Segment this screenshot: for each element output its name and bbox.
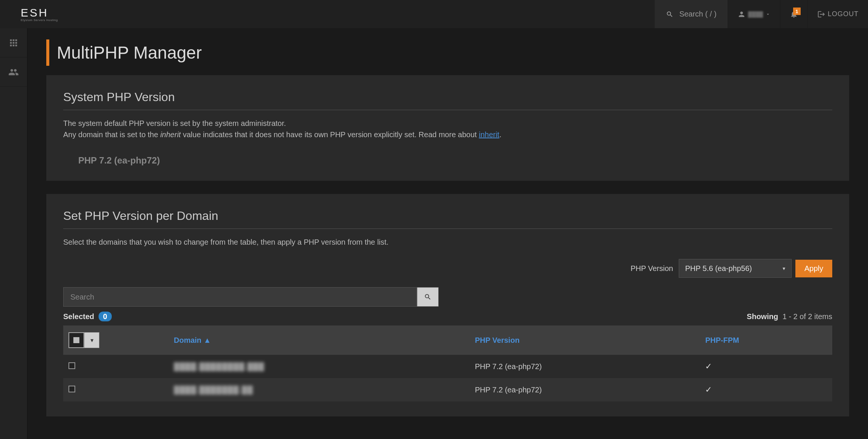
desc2-em: inherit [160,130,181,139]
domain-search-button[interactable] [417,287,439,307]
table-info-row: Selected 0 Showing 1 - 2 of 2 items [63,312,832,321]
php-version-cell: PHP 7.2 (ea-php72) [470,355,700,378]
sidebar-item-apps[interactable] [0,28,27,58]
table-row: ████.███████.██ PHP 7.2 (ea-php72) ✓ [63,378,832,401]
user-menu-button[interactable]: ████ [728,0,780,28]
apply-row: PHP Version PHP 5.6 (ea-php56) Apply [63,259,832,278]
inherit-link[interactable]: inherit [479,130,499,139]
logo-subtitle: Elysium Servers Hosting [21,18,58,22]
check-icon: ✓ [705,385,712,394]
chevron-down-icon [765,12,771,17]
domain-php-desc: Select the domains that you wish to chan… [63,236,832,248]
system-php-version: PHP 7.2 (ea-php72) [78,155,832,166]
page-title-wrap: MultiPHP Manager [46,39,849,66]
table-search-row [63,287,832,307]
php-version-selected: PHP 5.6 (ea-php56) [685,264,752,273]
showing-label: Showing [747,312,778,321]
sidebar-item-users[interactable] [0,58,27,87]
check-icon: ✓ [705,362,712,371]
global-search[interactable]: Search ( / ) [655,0,728,28]
grid-icon [8,38,19,48]
users-icon [8,67,19,77]
domain-search-input[interactable] [63,287,417,307]
search-placeholder-text: Search ( / ) [679,10,716,18]
col-php-fpm[interactable]: PHP-FPM [700,325,832,355]
page-title: MultiPHP Manager [57,42,202,63]
logo-text: ESH [21,6,49,19]
desc2-part-b: value indicates that it does not have it… [181,130,479,139]
system-php-panel: System PHP Version The system default PH… [46,75,849,181]
domain-cell: ████.███████.██ [174,386,253,394]
domain-table: ▾ Domain ▲ PHP Version PHP-FPM ████.████… [63,325,832,401]
search-icon [666,11,673,18]
system-php-desc1: The system default PHP version is set by… [63,118,832,129]
row-checkbox[interactable] [68,386,75,392]
notification-badge: 1 [793,8,801,15]
selected-label: Selected [63,312,94,321]
table-row: ████.████████.███ PHP 7.2 (ea-php72) ✓ [63,355,832,378]
apply-button[interactable]: Apply [795,260,832,277]
system-php-desc2: Any domain that is set to the inherit va… [63,129,832,140]
col-domain[interactable]: Domain ▲ [169,325,470,355]
main-content: MultiPHP Manager System PHP Version The … [27,28,868,439]
php-version-cell: PHP 7.2 (ea-php72) [470,378,700,401]
col-php-version[interactable]: PHP Version [470,325,700,355]
php-version-select[interactable]: PHP 5.6 (ea-php56) [679,259,792,278]
title-accent-bar [46,39,49,66]
username-blurred: ████ [748,11,763,17]
top-bar: ESH Elysium Servers Hosting Search ( / )… [0,0,868,28]
showing-value: 1 - 2 of 2 items [783,312,832,321]
notifications-button[interactable]: 1 [780,0,807,28]
selected-count: 0 [99,312,112,321]
logout-label: LOGOUT [828,10,859,18]
php-version-label: PHP Version [631,264,673,273]
selected-info: Selected 0 [63,312,112,321]
search-icon [424,293,432,301]
desc2-part-c: . [499,130,502,139]
domain-php-heading: Set PHP Version per Domain [63,209,832,229]
row-checkbox[interactable] [68,362,75,369]
system-php-heading: System PHP Version [63,90,832,110]
logo[interactable]: ESH Elysium Servers Hosting [21,6,58,22]
col-checkbox: ▾ [63,325,169,355]
desc2-part-a: Any domain that is set to the [63,130,160,139]
select-all-dropdown[interactable]: ▾ [84,332,99,348]
domain-cell: ████.████████.███ [174,362,265,371]
showing-info: Showing 1 - 2 of 2 items [747,312,832,321]
logout-button[interactable]: LOGOUT [807,0,868,28]
domain-php-panel: Set PHP Version per Domain Select the do… [46,194,849,416]
left-sidebar [0,28,27,439]
user-icon [737,10,746,18]
select-all-checkbox[interactable] [68,332,84,348]
logout-icon [817,10,825,18]
